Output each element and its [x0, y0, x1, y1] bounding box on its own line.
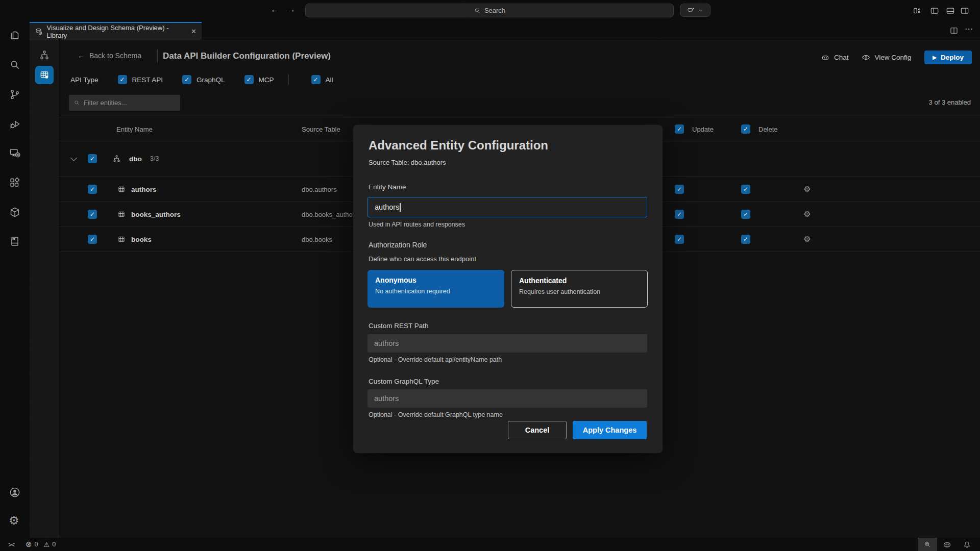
row-checkbox[interactable]: ✓ [88, 235, 97, 244]
row-checkbox[interactable]: ✓ [88, 210, 97, 219]
tab-label: Visualize and Design Schema (Preview) - … [47, 24, 187, 39]
enabled-summary: 3 of 3 enabled [929, 98, 971, 106]
delete-checkbox[interactable]: ✓ [741, 185, 750, 194]
zoom-status-button[interactable] [918, 538, 937, 551]
delete-all-checkbox[interactable]: ✓ [741, 124, 750, 134]
graphql-label: GraphQL [197, 76, 225, 84]
dialog-source-table: Source Table: dbo.authors [369, 159, 446, 166]
schema-designer-icon[interactable] [35, 46, 54, 64]
account-icon[interactable] [9, 486, 21, 498]
problems-indicator[interactable]: ⊗ 0 ⚠ 0 [26, 538, 56, 551]
toggle-secondary-sidebar-icon[interactable] [960, 6, 970, 16]
split-editor-icon[interactable] [949, 26, 959, 35]
check-icon: ✓ [743, 211, 748, 218]
delete-checkbox[interactable]: ✓ [741, 210, 750, 219]
nav-back-icon[interactable]: ← [271, 5, 279, 15]
entity-name-label: Entity Name [369, 183, 406, 191]
check-icon: ✓ [743, 236, 748, 243]
mcp-checkbox[interactable]: ✓ [244, 75, 254, 84]
activity-packages-icon[interactable] [9, 206, 21, 218]
activity-run-debug-icon[interactable] [9, 118, 21, 130]
entity-name: books_authors [131, 211, 181, 218]
table-icon [117, 210, 126, 218]
table-icon [117, 235, 126, 243]
authorization-role-helper: Define who can access this endpoint [369, 255, 476, 263]
title-bar: ← → Search [0, 0, 980, 22]
deploy-button[interactable]: ▶ Deploy [924, 51, 972, 64]
delete-checkbox[interactable]: ✓ [741, 235, 750, 244]
group-name: dbo [129, 155, 142, 163]
view-config-button[interactable]: View Config [862, 53, 911, 62]
copilot-status-icon[interactable] [942, 538, 952, 551]
check-icon: ✓ [743, 186, 748, 193]
filter-entities-input[interactable]: Filter entities... [69, 95, 180, 111]
auth-option-authenticated[interactable]: Authenticated Requires user authenticati… [511, 270, 648, 308]
warning-count: 0 [52, 541, 56, 548]
cancel-button[interactable]: Cancel [508, 421, 567, 439]
custom-graphql-type-helper: Optional - Override default GraphQL type… [369, 411, 503, 418]
toggle-panel-icon[interactable] [945, 6, 955, 16]
copilot-icon [821, 53, 830, 62]
filter-placeholder: Filter entities... [84, 99, 127, 107]
nav-forward-icon[interactable]: → [287, 5, 296, 15]
activity-database-panel-icon[interactable] [9, 235, 21, 247]
command-center-search[interactable]: Search [305, 4, 674, 17]
col-delete: Delete [758, 126, 778, 133]
settings-gear-icon[interactable]: ⚙ [9, 515, 21, 527]
tab-close-icon[interactable]: ✕ [191, 28, 197, 35]
entity-settings-icon[interactable]: ⚙ [803, 235, 811, 243]
back-to-schema-button[interactable]: ← Back to Schema [78, 52, 141, 60]
rest-api-checkbox[interactable]: ✓ [118, 75, 127, 84]
activity-extensions-icon[interactable] [9, 177, 21, 189]
warning-icon: ⚠ [44, 541, 50, 548]
page-title: Data API Builder Configuration (Preview) [163, 51, 331, 61]
apply-changes-button[interactable]: Apply Changes [573, 421, 647, 439]
entity-name-value: authors [375, 203, 399, 211]
custom-graphql-type-input[interactable]: authors [368, 389, 647, 408]
auth-option-anonymous[interactable]: Anonymous No authentication required [368, 270, 504, 308]
check-icon: ✓ [313, 76, 318, 83]
activity-search-icon[interactable] [9, 59, 21, 71]
update-all-checkbox[interactable]: ✓ [675, 124, 684, 134]
table-configuration-icon[interactable] [35, 66, 54, 84]
expand-chevron-icon[interactable] [71, 153, 76, 162]
api-type-filter-row: API Type ✓ REST API ✓ GraphQL ✓ MCP ✓ Al… [70, 72, 333, 87]
activity-explorer-icon[interactable] [9, 29, 21, 41]
entity-settings-icon[interactable]: ⚙ [803, 185, 811, 193]
toggle-primary-sidebar-icon[interactable] [929, 6, 940, 16]
check-icon: ✓ [90, 186, 95, 193]
remote-indicator[interactable]: >< [8, 538, 14, 551]
search-icon [74, 99, 80, 106]
activity-remote-explorer-icon[interactable] [9, 147, 21, 159]
entity-settings-icon[interactable]: ⚙ [803, 210, 811, 218]
check-icon: ✓ [90, 236, 95, 243]
zoom-in-icon [923, 540, 932, 548]
all-checkbox[interactable]: ✓ [311, 75, 321, 84]
col-source-table: Source Table [302, 126, 340, 133]
customize-layout-icon[interactable] [912, 6, 922, 16]
dialog-title: Advanced Entity Configuration [369, 138, 548, 153]
check-icon: ✓ [184, 76, 189, 83]
custom-rest-path-input[interactable]: authors [368, 334, 647, 353]
group-checkbox[interactable]: ✓ [88, 154, 97, 163]
check-icon: ✓ [90, 155, 95, 162]
copilot-chat-button[interactable] [680, 4, 710, 17]
editor-more-actions-icon[interactable]: ⋯ [965, 24, 973, 34]
header-divider [157, 49, 158, 63]
text-cursor [400, 203, 401, 212]
update-checkbox[interactable]: ✓ [675, 235, 684, 244]
chat-button[interactable]: Chat [821, 53, 849, 62]
row-checkbox[interactable]: ✓ [88, 185, 97, 194]
activity-source-control-icon[interactable] [9, 88, 21, 101]
notifications-bell-icon[interactable] [963, 538, 971, 551]
graphql-checkbox[interactable]: ✓ [182, 75, 191, 84]
source-table-value: dbo.books [302, 236, 332, 243]
update-checkbox[interactable]: ✓ [675, 210, 684, 219]
status-bar: >< ⊗ 0 ⚠ 0 [0, 538, 980, 551]
tab-visualize-design-schema[interactable]: Visualize and Design Schema (Preview) - … [30, 22, 202, 40]
source-table-value: dbo.books_authors [302, 211, 358, 218]
update-checkbox[interactable]: ✓ [675, 185, 684, 194]
database-schema-icon [35, 28, 43, 36]
auth-option-desc: No authentication required [375, 288, 497, 295]
entity-name-input[interactable]: authors [368, 197, 647, 217]
